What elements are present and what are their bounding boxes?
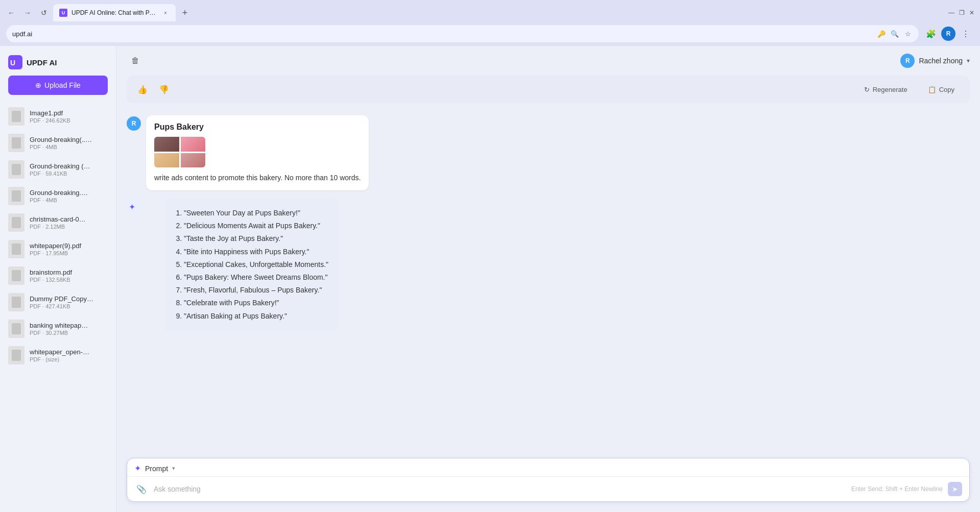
- thumbs-up-button[interactable]: 👍: [135, 82, 150, 97]
- file-name: Dummy PDF_Copy…: [30, 295, 108, 303]
- minimize-button[interactable]: —: [947, 9, 955, 17]
- file-icon: [8, 213, 25, 232]
- bakery-image-1: [154, 137, 179, 152]
- list-item[interactable]: brainstorm.pdf PDF · 132.58KB: [0, 262, 116, 289]
- file-size: PDF · 17.95MB: [30, 250, 108, 256]
- new-tab-button[interactable]: +: [178, 6, 192, 20]
- file-icon: [8, 266, 25, 285]
- file-name: whitepaper(9).pdf: [30, 242, 108, 250]
- extensions-button[interactable]: 🧩: [923, 26, 939, 42]
- active-tab[interactable]: U UPDF AI Online: Chat with PDF ×: [53, 4, 176, 21]
- input-area: ✦ Prompt ▾ 📎 Enter Send; Shift + Enter N…: [116, 452, 980, 512]
- forward-button[interactable]: →: [20, 6, 35, 20]
- list-item: "Taste the Joy at Pups Bakery.": [184, 232, 328, 245]
- address-bar-row: updf.ai 🔑 🔍 ☆ 🧩 R ⋮: [0, 21, 980, 46]
- list-item: "Delicious Moments Await at Pups Bakery.…: [184, 220, 328, 232]
- trash-icon: 🗑: [131, 56, 139, 65]
- file-name: Ground-breaking (…: [30, 162, 108, 170]
- list-item[interactable]: Dummy PDF_Copy… PDF · 427.41KB: [0, 289, 116, 315]
- delete-button[interactable]: 🗑: [127, 52, 144, 69]
- paperclip-icon: 📎: [136, 484, 147, 494]
- list-item: "Pups Bakery: Where Sweet Dreams Bloom.": [184, 271, 328, 284]
- feedback-bar: 👍 👎 ↻ Regenerate 📋 Copy: [127, 76, 970, 103]
- ai-avatar: ✦: [127, 200, 141, 214]
- list-item: "Exceptional Cakes, Unforgettable Moment…: [184, 258, 328, 271]
- regenerate-button[interactable]: ↻ Regenerate: [857, 83, 915, 96]
- file-name: brainstorm.pdf: [30, 269, 108, 276]
- input-toolbar: ✦ Prompt ▾: [127, 458, 969, 477]
- upload-file-button[interactable]: ⊕ Upload File: [8, 76, 108, 95]
- list-item[interactable]: Ground-breaking (… PDF · 59.41KB: [0, 156, 116, 183]
- refresh-button[interactable]: ↺: [37, 6, 51, 20]
- chevron-down-icon: ▾: [967, 57, 970, 64]
- file-info: Dummy PDF_Copy… PDF · 427.41KB: [30, 295, 108, 309]
- file-icon: [8, 293, 25, 311]
- file-name: christmas-card-0…: [30, 215, 108, 223]
- ai-message: ✦ "Sweeten Your Day at Pups Bakery!" "De…: [127, 199, 970, 331]
- upload-label: Upload File: [44, 81, 81, 89]
- list-item[interactable]: whitepaper_open-… PDF · (size): [0, 342, 116, 369]
- copy-label: Copy: [939, 86, 954, 93]
- main-header: 🗑 R Rachel zhong ▾: [116, 46, 980, 76]
- list-item[interactable]: banking whitepap… PDF · 30.27MB: [0, 315, 116, 342]
- file-info: Ground-breaking.… PDF · 4MB: [30, 189, 108, 203]
- send-button[interactable]: ➤: [948, 482, 962, 496]
- list-item: "Artisan Baking at Pups Bakery.": [184, 310, 328, 323]
- chat-area: 👍 👎 ↻ Regenerate 📋 Copy R: [116, 76, 980, 452]
- file-info: whitepaper_open-… PDF · (size): [30, 348, 108, 362]
- thumbs-down-button[interactable]: 👎: [156, 82, 172, 97]
- back-button[interactable]: ←: [4, 6, 18, 20]
- file-info: Image1.pdf PDF · 246.62KB: [30, 109, 108, 124]
- user-name: Rachel zhong: [919, 57, 963, 65]
- app-container: U UPDF AI ⊕ Upload File Image1.pdf PDF ·…: [0, 46, 980, 512]
- file-info: whitepaper(9).pdf PDF · 17.95MB: [30, 242, 108, 256]
- upload-icon: ⊕: [35, 81, 41, 89]
- browser-avatar[interactable]: R: [941, 27, 955, 41]
- list-item[interactable]: Image1.pdf PDF · 246.62KB: [0, 103, 116, 130]
- list-item: "Celebrate with Pups Bakery!": [184, 297, 328, 309]
- list-item[interactable]: Ground-breaking.… PDF · 4MB: [0, 183, 116, 209]
- list-item[interactable]: Ground-breaking(..… PDF · 4MB: [0, 130, 116, 156]
- bakery-image-3: [154, 153, 179, 168]
- zoom-icon[interactable]: 🔍: [890, 29, 899, 38]
- file-name: Ground-breaking(..…: [30, 136, 108, 143]
- attach-button[interactable]: 📎: [134, 482, 149, 496]
- list-item[interactable]: christmas-card-0… PDF · 2.12MB: [0, 209, 116, 236]
- file-name: Ground-breaking.…: [30, 189, 108, 197]
- prompt-chevron-icon[interactable]: ▾: [172, 465, 175, 472]
- ask-input[interactable]: [154, 485, 846, 493]
- file-icon: [8, 160, 25, 179]
- bookmark-icon[interactable]: ☆: [903, 29, 913, 38]
- file-icon: [8, 107, 25, 126]
- file-list: Image1.pdf PDF · 246.62KB Ground-breakin…: [0, 101, 116, 512]
- address-text: updf.ai: [12, 30, 32, 38]
- more-options-button[interactable]: ⋮: [958, 26, 974, 42]
- file-info: Ground-breaking(..… PDF · 4MB: [30, 136, 108, 150]
- input-field-row: 📎 Enter Send; Shift + Enter Newline ➤: [127, 477, 969, 501]
- regenerate-icon: ↻: [864, 86, 870, 93]
- copy-button[interactable]: 📋 Copy: [921, 83, 962, 96]
- password-icon[interactable]: 🔑: [877, 29, 886, 38]
- tab-close-button[interactable]: ×: [161, 9, 170, 17]
- address-bar[interactable]: updf.ai 🔑 🔍 ☆: [6, 25, 919, 42]
- regenerate-label: Regenerate: [873, 86, 907, 93]
- close-button[interactable]: ✕: [968, 9, 976, 17]
- file-size: PDF · (size): [30, 356, 108, 362]
- ai-response-content: "Sweeten Your Day at Pups Bakery!" "Deli…: [165, 199, 339, 331]
- list-item: "Fresh, Flavorful, Fabulous – Pups Baker…: [184, 284, 328, 297]
- file-size: PDF · 4MB: [30, 144, 108, 150]
- user-menu[interactable]: R Rachel zhong ▾: [900, 54, 970, 68]
- maximize-button[interactable]: ❐: [958, 9, 966, 17]
- file-icon: [8, 240, 25, 258]
- updf-logo-icon: U: [8, 55, 22, 69]
- message-text: write ads content to promote this bakery…: [154, 173, 361, 183]
- file-info: banking whitepap… PDF · 30.27MB: [30, 322, 108, 336]
- user-message: R Pups Bakery write ads content to promo…: [127, 115, 970, 190]
- sparkle-icon: ✦: [134, 464, 141, 473]
- thumbs-down-icon: 👎: [159, 85, 169, 94]
- file-size: PDF · 427.41KB: [30, 303, 108, 309]
- file-size: PDF · 4MB: [30, 197, 108, 203]
- sidebar-title: UPDF AI: [27, 58, 57, 67]
- file-info: christmas-card-0… PDF · 2.12MB: [30, 215, 108, 230]
- list-item[interactable]: whitepaper(9).pdf PDF · 17.95MB: [0, 236, 116, 262]
